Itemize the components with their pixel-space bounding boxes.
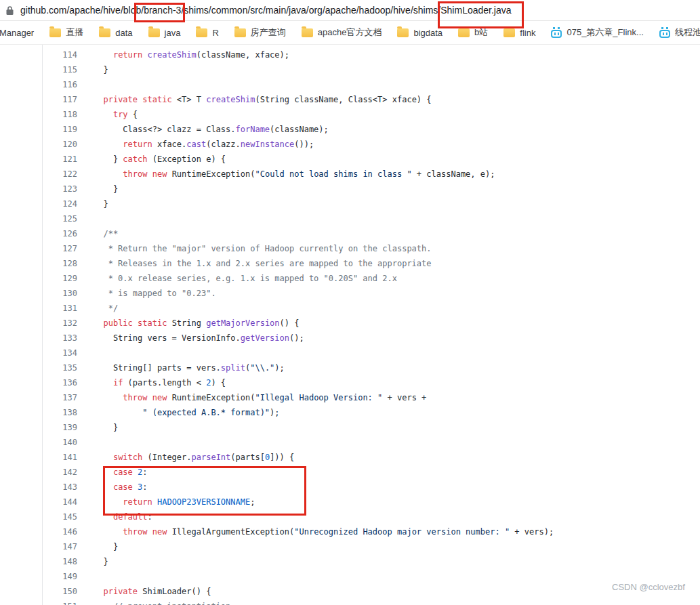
line-number[interactable]: 137: [43, 390, 77, 405]
code-text: if (parts.length < 2) {: [94, 375, 226, 390]
line-number[interactable]: 132: [43, 316, 77, 331]
url-filename-segment: ShimLoader.java: [440, 5, 511, 16]
bilibili-icon: [659, 30, 670, 38]
code-text: private static <T> T createShim(String c…: [94, 92, 432, 107]
line-number[interactable]: 114: [43, 47, 77, 62]
address-bar[interactable]: github.com/apache/hive/blob/branch-3/shi…: [0, 0, 700, 21]
line-number[interactable]: 127: [43, 241, 77, 256]
line-number[interactable]: 122: [43, 167, 77, 182]
bookmark-item[interactable]: java: [148, 28, 181, 38]
line-number[interactable]: 129: [43, 271, 77, 286]
folder-icon: [397, 28, 409, 37]
code-text: return HADOOP23VERSIONNAME;: [94, 495, 255, 509]
code-text: Class<?> clazz = Class.forName(className…: [94, 122, 329, 137]
line-number[interactable]: 142: [43, 465, 77, 480]
code-line: 126 /**: [43, 226, 700, 241]
line-number[interactable]: 141: [43, 450, 77, 465]
line-number[interactable]: 120: [43, 137, 77, 152]
line-number[interactable]: 121: [43, 152, 77, 167]
folder-icon: [49, 28, 61, 37]
code-line: 142 case 2:: [43, 465, 700, 480]
line-number[interactable]: 145: [43, 509, 77, 524]
code-text: } catch (Exception e) {: [94, 152, 226, 167]
bookmark-item[interactable]: data: [99, 28, 132, 38]
line-number[interactable]: 135: [43, 360, 77, 375]
line-number[interactable]: 124: [43, 196, 77, 211]
bookmark-item[interactable]: apache官方文档: [302, 26, 382, 39]
folder-icon: [503, 28, 515, 37]
url-text[interactable]: github.com/apache/hive/blob/branch-3/shi…: [20, 5, 512, 16]
code-line: 131 */: [43, 301, 700, 316]
code-text: return createShim(className, xface);: [94, 47, 289, 62]
bookmark-item[interactable]: b站: [458, 26, 488, 39]
bookmark-item[interactable]: 075_第六章_Flink...: [551, 26, 643, 39]
line-number[interactable]: 147: [43, 539, 77, 554]
code-line: 144 return HADOOP23VERSIONNAME;: [43, 495, 700, 509]
url-prefix: github.com/apache/hive/blo: [20, 5, 136, 16]
bilibili-icon: [551, 30, 562, 38]
line-number[interactable]: 117: [43, 92, 77, 107]
folder-icon: [196, 28, 207, 37]
line-number[interactable]: 140: [43, 435, 77, 450]
line-number[interactable]: 144: [43, 495, 77, 509]
bookmark-item[interactable]: bigdata: [397, 28, 442, 38]
bookmark-label: lManager: [0, 28, 34, 38]
line-number[interactable]: 143: [43, 480, 77, 495]
code-text: String vers = VersionInfo.getVersion();: [94, 331, 304, 346]
annotation-box-filename: ShimLoader.java: [440, 5, 511, 16]
line-number[interactable]: 134: [43, 346, 77, 360]
bookmark-item[interactable]: 直播: [49, 26, 83, 39]
bookmark-item[interactable]: 线程池ThreadPool...: [659, 26, 700, 39]
line-number[interactable]: 148: [43, 554, 77, 569]
code-line: 118 try {: [43, 107, 700, 122]
bookmark-label: flink: [520, 28, 535, 38]
code-line: 143 case 3:: [43, 480, 700, 495]
line-number[interactable]: 125: [43, 211, 77, 226]
code-line: 132 public static String getMajorVersion…: [43, 316, 700, 331]
bookmark-label: 075_第六章_Flink...: [567, 26, 643, 39]
code-line: 127 * Return the "major" version of Hado…: [43, 241, 700, 256]
code-text: default:: [94, 509, 152, 524]
line-number[interactable]: 146: [43, 524, 77, 539]
code-text: }: [94, 182, 118, 196]
lock-icon[interactable]: [5, 5, 14, 16]
line-number[interactable]: 139: [43, 420, 77, 435]
code-text: throw new RuntimeException("Could not lo…: [94, 167, 495, 182]
code-text: }: [94, 539, 118, 554]
line-number[interactable]: 150: [43, 584, 77, 599]
folder-icon: [302, 28, 313, 37]
folder-icon: [234, 28, 246, 37]
line-number[interactable]: 116: [43, 77, 77, 92]
code-line: 122 throw new RuntimeException("Could no…: [43, 167, 700, 182]
line-number[interactable]: 149: [43, 569, 77, 584]
line-number[interactable]: 138: [43, 405, 77, 420]
code-line: 115 }: [43, 62, 700, 77]
line-number[interactable]: 136: [43, 375, 77, 390]
browser-window: github.com/apache/hive/blob/branch-3/shi…: [0, 0, 700, 605]
bookmark-item[interactable]: R: [196, 28, 218, 38]
code-line: 141 switch (Integer.parseInt(parts[0])) …: [43, 450, 700, 465]
code-viewer: 114 return createShim(className, xface);…: [0, 45, 700, 605]
line-number[interactable]: 151: [43, 599, 77, 605]
bookmark-item[interactable]: flink: [503, 28, 535, 38]
line-number[interactable]: 115: [43, 62, 77, 77]
bookmark-item[interactable]: 房产查询: [234, 26, 286, 39]
code-line: 134: [43, 346, 700, 360]
bookmark-item[interactable]: lManager: [0, 28, 34, 38]
line-number[interactable]: 123: [43, 182, 77, 196]
line-number[interactable]: 133: [43, 331, 77, 346]
url-branch-segment: b/branch-3/: [136, 5, 184, 16]
code-line: 136 if (parts.length < 2) {: [43, 375, 700, 390]
code-line: 148 }: [43, 554, 700, 569]
code-line: 114 return createShim(className, xface);: [43, 47, 700, 62]
line-number[interactable]: 118: [43, 107, 77, 122]
line-number[interactable]: 126: [43, 226, 77, 241]
line-number[interactable]: 119: [43, 122, 77, 137]
code-line: 121 } catch (Exception e) {: [43, 152, 700, 167]
line-number[interactable]: 131: [43, 301, 77, 316]
line-number[interactable]: 130: [43, 286, 77, 301]
bookmarks-bar: lManager直播datajavaR房产查询apache官方文档bigdata…: [0, 21, 700, 45]
line-number[interactable]: 128: [43, 256, 77, 271]
code-text: private ShimLoader() {: [94, 584, 211, 599]
code-text: }: [94, 554, 108, 569]
